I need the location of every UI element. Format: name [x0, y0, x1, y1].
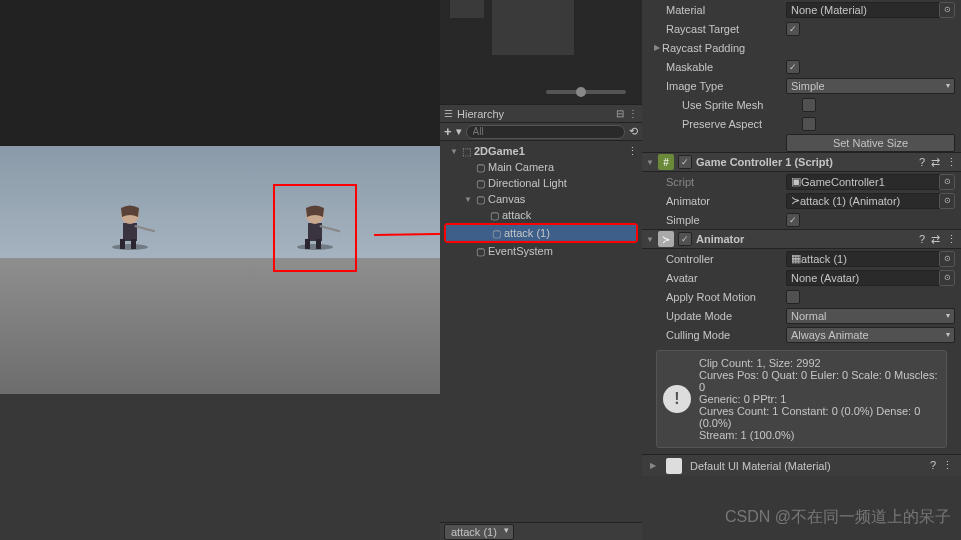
culling-mode-dropdown[interactable]: Always Animate	[786, 327, 955, 343]
apply-root-checkbox[interactable]	[786, 290, 800, 304]
svg-rect-3	[134, 225, 155, 234]
tree-item[interactable]: ▢Main Camera	[440, 159, 642, 175]
material-swatch-icon	[666, 458, 682, 474]
raycast-target-checkbox[interactable]	[786, 22, 800, 36]
unity-icon: ⬚	[460, 145, 472, 157]
character-sprite-1	[105, 195, 155, 250]
script-icon: #	[658, 154, 674, 170]
avatar-field[interactable]: None (Avatar)⊙	[786, 270, 955, 286]
tree-item-selected[interactable]: ▢attack (1)	[446, 225, 636, 241]
prop-label: Preserve Aspect	[682, 118, 802, 130]
tree-item[interactable]: ▢attack	[440, 207, 642, 223]
animator-info-box: ! Clip Count: 1, Size: 2992 Curves Pos: …	[656, 350, 947, 448]
help-icon[interactable]: ?	[919, 156, 925, 169]
asset-preview	[440, 0, 642, 105]
bottom-dropdown[interactable]: attack (1)	[444, 524, 514, 540]
hierarchy-icon: ☰	[444, 108, 453, 119]
update-mode-dropdown[interactable]: Normal	[786, 308, 955, 324]
animator-field[interactable]: ≻ attack (1) (Animator)⊙	[786, 193, 955, 209]
gameobject-icon: ▢	[474, 161, 486, 173]
dropdown-icon[interactable]: ▾	[456, 125, 462, 138]
scene-top-empty	[0, 0, 440, 146]
prop-label: Image Type	[666, 80, 786, 92]
prop-label: Material	[666, 4, 786, 16]
sprite-mesh-checkbox[interactable]	[802, 98, 816, 112]
prop-label: Use Sprite Mesh	[682, 99, 802, 111]
gameobject-icon: ▢	[488, 209, 500, 221]
gameobject-icon: ▢	[490, 227, 502, 239]
prop-label: Maskable	[666, 61, 786, 73]
inspector-panel: MaterialNone (Material)⊙ Raycast Target …	[642, 0, 961, 540]
filter-icon[interactable]: ⊟	[616, 108, 624, 119]
scene-menu-icon[interactable]: ⋮	[627, 145, 638, 158]
object-picker-icon[interactable]: ⊙	[939, 193, 955, 209]
refresh-icon[interactable]: ⟲	[629, 125, 638, 138]
create-button[interactable]: +	[444, 124, 452, 139]
scene-view[interactable]	[0, 146, 440, 394]
hierarchy-tree[interactable]: ▼ ⬚ 2DGame1 ⋮ ▢Main Camera ▢Directional …	[440, 141, 642, 261]
component-enable-checkbox[interactable]	[678, 232, 692, 246]
scene-name: 2DGame1	[474, 145, 525, 157]
scene-root[interactable]: ▼ ⬚ 2DGame1 ⋮	[440, 143, 642, 159]
material-field[interactable]: None (Material)⊙	[786, 2, 955, 18]
gameobject-icon: ▢	[474, 177, 486, 189]
menu-icon[interactable]: ⋮	[946, 233, 957, 246]
menu-icon[interactable]: ⋮	[942, 459, 953, 472]
preserve-aspect-checkbox[interactable]	[802, 117, 816, 131]
controller-field[interactable]: ▦ attack (1)⊙	[786, 251, 955, 267]
set-native-size-button[interactable]: Set Native Size	[786, 134, 955, 152]
hierarchy-header: ☰ Hierarchy ⊟ ⋮	[440, 105, 642, 123]
svg-rect-5	[131, 239, 136, 249]
object-picker-icon[interactable]: ⊙	[939, 2, 955, 18]
animator-header[interactable]: ▼ ≻ Animator ?⇄⋮	[642, 229, 961, 249]
preset-icon[interactable]: ⇄	[931, 156, 940, 169]
tree-item[interactable]: ▢Directional Light	[440, 175, 642, 191]
tree-item[interactable]: ▢EventSystem	[440, 243, 642, 259]
watermark: CSDN @不在同一频道上的呆子	[725, 507, 951, 528]
default-material-row[interactable]: ▶ Default UI Material (Material) ?⋮	[642, 454, 961, 476]
help-icon[interactable]: ?	[930, 459, 936, 472]
menu-icon[interactable]: ⋮	[946, 156, 957, 169]
game-controller-header[interactable]: ▼ # Game Controller 1 (Script) ?⇄⋮	[642, 152, 961, 172]
preset-icon[interactable]: ⇄	[931, 233, 940, 246]
object-picker-icon[interactable]: ⊙	[939, 251, 955, 267]
hierarchy-title: Hierarchy	[457, 108, 612, 120]
menu-icon[interactable]: ⋮	[628, 108, 638, 119]
prop-label: Raycast Target	[666, 23, 786, 35]
svg-rect-4	[120, 239, 125, 249]
gameobject-icon: ▢	[474, 245, 486, 257]
image-type-dropdown[interactable]: Simple	[786, 78, 955, 94]
info-icon: !	[663, 385, 691, 413]
component-enable-checkbox[interactable]	[678, 155, 692, 169]
gameobject-icon: ▢	[474, 193, 486, 205]
help-icon[interactable]: ?	[919, 233, 925, 246]
object-picker-icon: ⊙	[939, 174, 955, 190]
simple-checkbox[interactable]	[786, 213, 800, 227]
tree-item[interactable]: ▼▢Canvas	[440, 191, 642, 207]
preview-slider[interactable]	[546, 90, 626, 94]
prop-label: Raycast Padding	[662, 42, 782, 54]
animator-icon: ≻	[658, 231, 674, 247]
hierarchy-search[interactable]	[466, 125, 625, 139]
selection-highlight	[273, 184, 357, 272]
maskable-checkbox[interactable]	[786, 60, 800, 74]
script-field: ▣ GameController1⊙	[786, 174, 955, 190]
object-picker-icon[interactable]: ⊙	[939, 270, 955, 286]
svg-point-0	[112, 244, 148, 250]
